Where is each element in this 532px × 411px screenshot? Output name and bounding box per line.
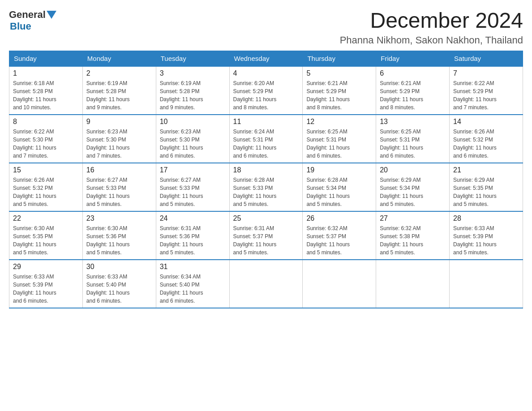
- calendar-cell: 14 Sunrise: 6:26 AM Sunset: 5:32 PM Dayl…: [450, 115, 523, 163]
- calendar-cell: 30 Sunrise: 6:33 AM Sunset: 5:40 PM Dayl…: [82, 260, 156, 308]
- day-info: Sunrise: 6:28 AM Sunset: 5:34 PM Dayligh…: [306, 176, 372, 208]
- day-number: 15: [13, 166, 79, 174]
- day-info: Sunrise: 6:28 AM Sunset: 5:33 PM Dayligh…: [233, 176, 299, 208]
- day-number: 7: [453, 69, 519, 77]
- calendar-cell: 15 Sunrise: 6:26 AM Sunset: 5:32 PM Dayl…: [9, 163, 83, 211]
- calendar-cell: [450, 260, 523, 308]
- month-title: December 2024: [340, 9, 523, 33]
- day-info: Sunrise: 6:19 AM Sunset: 5:28 PM Dayligh…: [160, 79, 226, 111]
- day-info: Sunrise: 6:30 AM Sunset: 5:36 PM Dayligh…: [86, 224, 152, 257]
- day-info: Sunrise: 6:33 AM Sunset: 5:40 PM Dayligh…: [86, 273, 152, 305]
- calendar-cell: 11 Sunrise: 6:24 AM Sunset: 5:31 PM Dayl…: [229, 115, 303, 163]
- day-number: 4: [233, 69, 299, 77]
- day-number: 18: [233, 166, 299, 174]
- calendar-cell: 24 Sunrise: 6:31 AM Sunset: 5:36 PM Dayl…: [156, 211, 229, 260]
- day-number: 2: [86, 69, 152, 77]
- calendar-cell: 28 Sunrise: 6:33 AM Sunset: 5:39 PM Dayl…: [450, 211, 523, 260]
- calendar-cell: 13 Sunrise: 6:25 AM Sunset: 5:31 PM Dayl…: [376, 115, 450, 163]
- day-number: 13: [380, 118, 446, 126]
- weekday-header-monday: Monday: [82, 51, 156, 66]
- day-info: Sunrise: 6:29 AM Sunset: 5:34 PM Dayligh…: [380, 176, 446, 208]
- day-info: Sunrise: 6:29 AM Sunset: 5:35 PM Dayligh…: [453, 176, 519, 208]
- day-number: 30: [86, 263, 152, 271]
- calendar-cell: 7 Sunrise: 6:22 AM Sunset: 5:29 PM Dayli…: [450, 66, 523, 115]
- calendar-week-2: 8 Sunrise: 6:22 AM Sunset: 5:30 PM Dayli…: [9, 115, 523, 163]
- day-info: Sunrise: 6:32 AM Sunset: 5:37 PM Dayligh…: [306, 224, 372, 257]
- calendar-cell: 2 Sunrise: 6:19 AM Sunset: 5:28 PM Dayli…: [82, 66, 156, 115]
- logo-arrow-icon: [47, 10, 56, 20]
- calendar-header-row: SundayMondayTuesdayWednesdayThursdayFrid…: [9, 51, 523, 66]
- day-info: Sunrise: 6:20 AM Sunset: 5:29 PM Dayligh…: [233, 79, 299, 111]
- calendar-cell: 29 Sunrise: 6:33 AM Sunset: 5:39 PM Dayl…: [9, 260, 83, 308]
- day-number: 8: [13, 118, 79, 126]
- calendar-cell: 19 Sunrise: 6:28 AM Sunset: 5:34 PM Dayl…: [303, 163, 376, 211]
- day-number: 17: [160, 166, 226, 174]
- day-info: Sunrise: 6:22 AM Sunset: 5:29 PM Dayligh…: [453, 79, 519, 111]
- calendar-cell: 27 Sunrise: 6:32 AM Sunset: 5:38 PM Dayl…: [376, 211, 450, 260]
- day-info: Sunrise: 6:24 AM Sunset: 5:31 PM Dayligh…: [233, 128, 299, 160]
- calendar-cell: 21 Sunrise: 6:29 AM Sunset: 5:35 PM Dayl…: [450, 163, 523, 211]
- page-header: General Blue December 2024 Phanna Nikhom…: [9, 9, 523, 46]
- day-info: Sunrise: 6:25 AM Sunset: 5:31 PM Dayligh…: [380, 128, 446, 160]
- day-number: 25: [233, 214, 299, 223]
- day-info: Sunrise: 6:33 AM Sunset: 5:39 PM Dayligh…: [453, 224, 519, 257]
- day-number: 22: [13, 214, 79, 223]
- location-title: Phanna Nikhom, Sakon Nakhon, Thailand: [340, 34, 523, 46]
- day-number: 31: [160, 263, 226, 271]
- calendar-cell: [376, 260, 450, 308]
- calendar-cell: 26 Sunrise: 6:32 AM Sunset: 5:37 PM Dayl…: [303, 211, 376, 260]
- calendar-cell: 23 Sunrise: 6:30 AM Sunset: 5:36 PM Dayl…: [82, 211, 156, 260]
- day-info: Sunrise: 6:33 AM Sunset: 5:39 PM Dayligh…: [13, 273, 79, 305]
- calendar-cell: 22 Sunrise: 6:30 AM Sunset: 5:35 PM Dayl…: [9, 211, 83, 260]
- calendar-cell: 5 Sunrise: 6:21 AM Sunset: 5:29 PM Dayli…: [303, 66, 376, 115]
- day-number: 23: [86, 214, 152, 223]
- calendar-week-5: 29 Sunrise: 6:33 AM Sunset: 5:39 PM Dayl…: [9, 260, 523, 308]
- day-number: 16: [86, 166, 152, 174]
- weekday-header-saturday: Saturday: [450, 51, 523, 66]
- day-number: 29: [13, 263, 79, 271]
- calendar-cell: [303, 260, 376, 308]
- logo: General Blue: [9, 9, 56, 32]
- weekday-header-wednesday: Wednesday: [229, 51, 303, 66]
- weekday-header-sunday: Sunday: [9, 51, 83, 66]
- day-info: Sunrise: 6:27 AM Sunset: 5:33 PM Dayligh…: [86, 176, 152, 208]
- day-info: Sunrise: 6:25 AM Sunset: 5:31 PM Dayligh…: [306, 128, 372, 160]
- calendar-cell: 8 Sunrise: 6:22 AM Sunset: 5:30 PM Dayli…: [9, 115, 83, 163]
- day-info: Sunrise: 6:23 AM Sunset: 5:30 PM Dayligh…: [86, 128, 152, 160]
- day-info: Sunrise: 6:27 AM Sunset: 5:33 PM Dayligh…: [160, 176, 226, 208]
- day-info: Sunrise: 6:31 AM Sunset: 5:37 PM Dayligh…: [233, 224, 299, 257]
- calendar-cell: 9 Sunrise: 6:23 AM Sunset: 5:30 PM Dayli…: [82, 115, 156, 163]
- logo-text-blue: Blue: [10, 21, 31, 32]
- day-number: 6: [380, 69, 446, 77]
- day-number: 1: [13, 69, 79, 77]
- day-info: Sunrise: 6:21 AM Sunset: 5:29 PM Dayligh…: [306, 79, 372, 111]
- day-number: 12: [306, 118, 372, 126]
- calendar-week-4: 22 Sunrise: 6:30 AM Sunset: 5:35 PM Dayl…: [9, 211, 523, 260]
- calendar-cell: 31 Sunrise: 6:34 AM Sunset: 5:40 PM Dayl…: [156, 260, 229, 308]
- weekday-header-tuesday: Tuesday: [156, 51, 229, 66]
- calendar-cell: 10 Sunrise: 6:23 AM Sunset: 5:30 PM Dayl…: [156, 115, 229, 163]
- weekday-header-thursday: Thursday: [303, 51, 376, 66]
- calendar-cell: 6 Sunrise: 6:21 AM Sunset: 5:29 PM Dayli…: [376, 66, 450, 115]
- day-info: Sunrise: 6:23 AM Sunset: 5:30 PM Dayligh…: [160, 128, 226, 160]
- day-number: 21: [453, 166, 519, 174]
- day-number: 24: [160, 214, 226, 223]
- calendar-week-3: 15 Sunrise: 6:26 AM Sunset: 5:32 PM Dayl…: [9, 163, 523, 211]
- day-number: 14: [453, 118, 519, 126]
- day-info: Sunrise: 6:26 AM Sunset: 5:32 PM Dayligh…: [453, 128, 519, 160]
- day-info: Sunrise: 6:30 AM Sunset: 5:35 PM Dayligh…: [13, 224, 79, 257]
- day-number: 26: [306, 214, 372, 223]
- day-info: Sunrise: 6:31 AM Sunset: 5:36 PM Dayligh…: [160, 224, 226, 257]
- day-info: Sunrise: 6:22 AM Sunset: 5:30 PM Dayligh…: [13, 128, 79, 160]
- day-number: 11: [233, 118, 299, 126]
- day-number: 19: [306, 166, 372, 174]
- calendar-cell: 12 Sunrise: 6:25 AM Sunset: 5:31 PM Dayl…: [303, 115, 376, 163]
- calendar-cell: 20 Sunrise: 6:29 AM Sunset: 5:34 PM Dayl…: [376, 163, 450, 211]
- day-number: 9: [86, 118, 152, 126]
- calendar-cell: 17 Sunrise: 6:27 AM Sunset: 5:33 PM Dayl…: [156, 163, 229, 211]
- calendar-cell: 18 Sunrise: 6:28 AM Sunset: 5:33 PM Dayl…: [229, 163, 303, 211]
- calendar-cell: 4 Sunrise: 6:20 AM Sunset: 5:29 PM Dayli…: [229, 66, 303, 115]
- calendar-cell: 25 Sunrise: 6:31 AM Sunset: 5:37 PM Dayl…: [229, 211, 303, 260]
- logo-text-general: General: [9, 9, 46, 21]
- day-number: 10: [160, 118, 226, 126]
